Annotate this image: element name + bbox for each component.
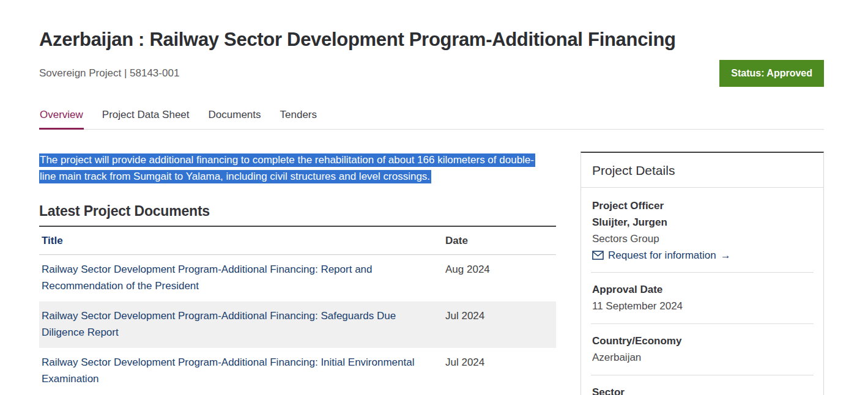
- project-officer-name: Sluijter, Jurgen: [592, 214, 812, 231]
- field-value: 11 September 2024: [592, 298, 812, 314]
- page-title: Azerbaijan : Railway Sector Development …: [39, 29, 824, 51]
- tab-overview[interactable]: Overview: [39, 106, 84, 129]
- tab-project-data-sheet[interactable]: Project Data Sheet: [102, 106, 190, 129]
- field-label: Approval Date: [592, 281, 812, 298]
- project-officer-label: Project Officer: [592, 197, 812, 214]
- selected-text: The project will provide additional fina…: [39, 153, 535, 183]
- project-description: The project will provide additional fina…: [39, 152, 542, 185]
- main-content: The project will provide additional fina…: [39, 152, 824, 395]
- approval-date-field: Approval Date 11 September 2024: [591, 273, 814, 324]
- request-link-label: Request for information: [608, 247, 716, 264]
- project-details-heading: Project Details: [581, 153, 823, 188]
- table-row: Railway Sector Development Program-Addit…: [39, 348, 556, 394]
- field-label: Sector: [592, 384, 812, 395]
- column-header-date: Date: [443, 226, 556, 255]
- document-date: Jul 2024: [443, 348, 556, 394]
- table-row: Railway Sector Development Program-Addit…: [39, 301, 556, 348]
- tab-tenders[interactable]: Tenders: [280, 106, 317, 129]
- latest-documents-heading: Latest Project Documents: [39, 203, 556, 220]
- arrow-right-icon: →: [721, 247, 731, 264]
- document-date: Jul 2024: [443, 301, 556, 348]
- envelope-icon: [592, 251, 604, 260]
- project-page: Azerbaijan : Railway Sector Development …: [39, 29, 824, 395]
- tab-bar: Overview Project Data Sheet Documents Te…: [39, 106, 824, 130]
- status-badge: Status: Approved: [719, 60, 824, 87]
- project-officer-group: Sectors Group: [592, 231, 812, 247]
- project-details-card: Project Details Project Officer Sluijter…: [581, 152, 824, 395]
- field-value: Azerbaijan: [592, 349, 812, 366]
- documents-header-row: Title Date: [39, 226, 556, 255]
- document-date: Aug 2024: [443, 255, 556, 302]
- subtitle-row: Sovereign Project | 58143-001 Status: Ap…: [39, 59, 824, 87]
- project-type-and-id: Sovereign Project | 58143-001: [39, 67, 179, 79]
- tab-documents[interactable]: Documents: [208, 106, 262, 129]
- documents-table: Title Date Railway Sector Development Pr…: [39, 226, 556, 394]
- column-header-title[interactable]: Title: [39, 226, 443, 255]
- sidebar: Project Details Project Officer Sluijter…: [581, 152, 824, 395]
- field-label: Country/Economy: [592, 333, 812, 349]
- request-for-information-link[interactable]: Request for information →: [592, 247, 812, 264]
- overview-column: The project will provide additional fina…: [39, 152, 556, 395]
- country-economy-field: Country/Economy Azerbaijan: [591, 324, 814, 375]
- table-row: Railway Sector Development Program-Addit…: [39, 255, 556, 302]
- document-link[interactable]: Railway Sector Development Program-Addit…: [42, 356, 414, 385]
- document-link[interactable]: Railway Sector Development Program-Addit…: [42, 310, 396, 338]
- sector-field: Sector Transport: [591, 375, 814, 395]
- document-link[interactable]: Railway Sector Development Program-Addit…: [42, 264, 373, 292]
- project-officer-section: Project Officer Sluijter, Jurgen Sectors…: [591, 188, 814, 273]
